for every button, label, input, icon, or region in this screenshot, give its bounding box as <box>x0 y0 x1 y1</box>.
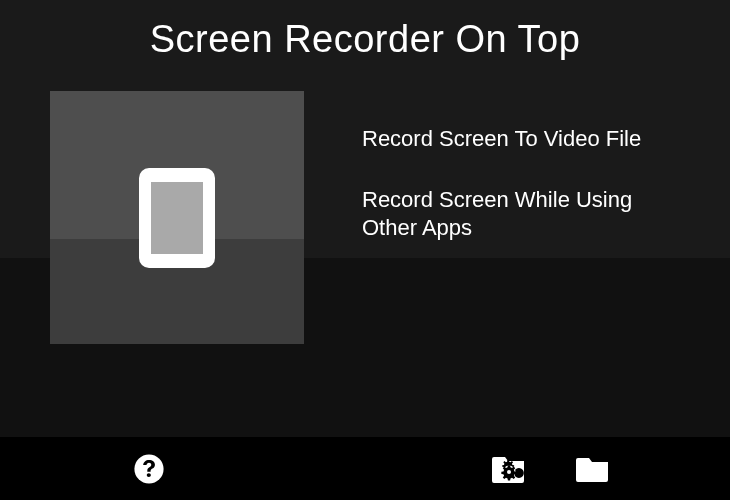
folder-button[interactable] <box>576 452 610 486</box>
header: Screen Recorder On Top <box>0 0 730 61</box>
bottom-bar <box>0 437 730 500</box>
bottom-bar-right <box>492 452 610 486</box>
help-button[interactable] <box>132 452 166 486</box>
bottom-bar-left <box>132 452 166 486</box>
preview-pane <box>50 91 304 344</box>
app-root: Screen Recorder On Top Record Screen To … <box>0 0 730 500</box>
feature-item: Record Screen While Using Other Apps <box>362 186 680 243</box>
settings-button[interactable] <box>492 452 526 486</box>
tablet-icon <box>139 168 215 268</box>
svg-rect-1 <box>151 182 203 254</box>
help-icon <box>133 453 165 485</box>
folder-icon <box>576 454 610 484</box>
settings-folder-icon <box>492 454 526 484</box>
page-title: Screen Recorder On Top <box>0 18 730 61</box>
svg-point-4 <box>507 470 511 474</box>
feature-item: Record Screen To Video File <box>362 125 680 154</box>
